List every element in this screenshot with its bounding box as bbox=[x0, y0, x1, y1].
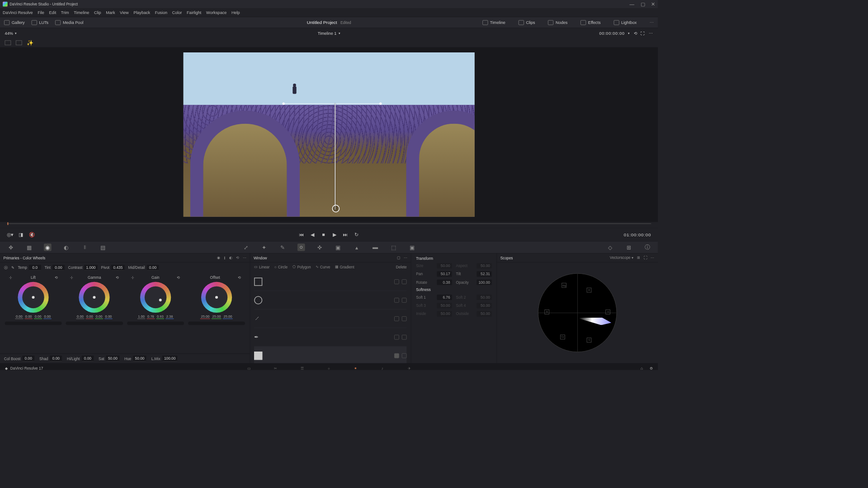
3d-icon[interactable]: ▣ bbox=[409, 244, 416, 251]
mask-icon[interactable] bbox=[394, 316, 399, 321]
menu-fusion[interactable]: Fusion bbox=[155, 10, 167, 15]
scope-layout-icon[interactable]: ⊞ bbox=[637, 255, 640, 260]
info-icon[interactable]: ⓘ bbox=[644, 244, 651, 251]
reset-icon[interactable]: ⟲ bbox=[177, 275, 180, 280]
gamma-jog[interactable] bbox=[66, 322, 123, 325]
pivot-field[interactable]: 0.435 bbox=[111, 265, 125, 271]
menu-help[interactable]: Help bbox=[231, 10, 240, 15]
key-icon[interactable]: ▬ bbox=[372, 244, 379, 251]
lift-wheel[interactable]: ⊹Lift⟲ 0.000.000.000.00 bbox=[5, 275, 62, 351]
clips-button[interactable]: Clips bbox=[519, 20, 535, 25]
lift-jog[interactable] bbox=[5, 322, 62, 325]
middetail-field[interactable]: 0.00 bbox=[146, 265, 159, 271]
mask-icon[interactable] bbox=[394, 279, 399, 284]
record-timecode[interactable]: 01:00:00:00 bbox=[624, 232, 651, 237]
fairlight-page-button[interactable]: ♪ bbox=[379, 365, 386, 370]
menu-davinci[interactable]: DaVinci Resolve bbox=[3, 10, 33, 15]
gain-jog[interactable] bbox=[127, 322, 184, 325]
keyframes-icon[interactable]: ◇ bbox=[607, 244, 614, 251]
preset-icon[interactable]: ▢ bbox=[397, 255, 401, 260]
color-page-button[interactable]: ✶ bbox=[353, 365, 359, 370]
gradient-top-handle[interactable] bbox=[283, 103, 382, 104]
circle-shape-button[interactable]: ○ Circle bbox=[274, 265, 288, 269]
picker-icon[interactable]: ✎ bbox=[11, 265, 14, 270]
stop-button[interactable]: ■ bbox=[321, 231, 327, 238]
window-row-curve[interactable]: ⟋ bbox=[254, 309, 406, 328]
source-timecode[interactable]: 00:00:00:00 bbox=[599, 31, 624, 36]
contrast-field[interactable]: 1.000 bbox=[84, 265, 98, 271]
expand-icon[interactable]: ⛶ bbox=[641, 31, 645, 36]
mediapool-button[interactable]: Media Pool bbox=[55, 20, 83, 25]
rgbmixer-icon[interactable]: ⫴ bbox=[81, 244, 89, 251]
auto-icon[interactable]: Ⓐ bbox=[4, 265, 8, 270]
menu-view[interactable]: View bbox=[120, 10, 129, 15]
window-row-circle[interactable] bbox=[254, 291, 406, 310]
timeline-button[interactable]: Timeline bbox=[482, 20, 505, 25]
more-icon[interactable]: ⋯ bbox=[243, 255, 246, 260]
highlight-icon[interactable]: ✨ bbox=[27, 40, 33, 46]
colorchecker-icon[interactable]: ▦ bbox=[25, 244, 33, 251]
edit-page-button[interactable]: ☰ bbox=[299, 365, 306, 370]
splitwipe-icon[interactable]: ◨ bbox=[18, 231, 24, 238]
window-icon[interactable]: ○ bbox=[297, 244, 305, 251]
fusion-page-button[interactable]: ⟐ bbox=[326, 365, 332, 370]
expand-icon[interactable]: ⛶ bbox=[644, 255, 647, 260]
blur-icon[interactable]: ▴ bbox=[353, 244, 361, 251]
loop-button[interactable]: ↻ bbox=[353, 231, 359, 238]
shad-field[interactable]: 0.00 bbox=[50, 356, 62, 361]
temp-field[interactable]: 0.0 bbox=[29, 265, 41, 271]
menu-workspace[interactable]: Workspace bbox=[206, 10, 226, 15]
window-row-linear[interactable] bbox=[254, 272, 406, 291]
tracker-icon[interactable]: ✜ bbox=[316, 244, 324, 251]
home-icon[interactable]: ⌂ bbox=[641, 366, 643, 370]
gain-wheel[interactable]: ⊹Gain⟲ 1.000.780.932.38 bbox=[127, 275, 184, 351]
luts-button[interactable]: LUTs bbox=[32, 20, 48, 25]
options-icon[interactable]: ⋯ bbox=[650, 20, 654, 25]
linear-shape-button[interactable]: ▭ Linear bbox=[254, 264, 269, 269]
last-frame-button[interactable]: ⏭ bbox=[342, 231, 349, 238]
reset-icon[interactable]: ⟲ bbox=[116, 275, 119, 280]
mask-icon[interactable] bbox=[394, 334, 399, 339]
gallery-button[interactable]: Gallery bbox=[4, 20, 24, 25]
deliver-page-button[interactable]: ✈ bbox=[406, 365, 412, 370]
primaries-icon[interactable]: ◉ bbox=[44, 244, 52, 251]
invert-icon[interactable] bbox=[402, 316, 407, 321]
gradient-shape-button[interactable]: ▦ Gradient bbox=[335, 264, 354, 269]
effects-button[interactable]: Effects bbox=[580, 20, 600, 25]
minimize-button[interactable]: — bbox=[629, 1, 634, 7]
warper-icon[interactable]: ✦ bbox=[260, 244, 268, 251]
settings-icon[interactable]: ⚙ bbox=[650, 366, 653, 370]
hilight-field[interactable]: 0.00 bbox=[81, 356, 94, 361]
camera-raw-icon[interactable]: ✥ bbox=[7, 244, 14, 251]
delete-shape-button[interactable]: Delete bbox=[396, 265, 407, 269]
mask-icon[interactable] bbox=[394, 297, 399, 302]
zoom-dropdown[interactable]: 44%▾ bbox=[5, 31, 17, 36]
menu-timeline[interactable]: Timeline bbox=[74, 10, 89, 15]
play-button[interactable]: ▶ bbox=[331, 231, 338, 238]
more-icon[interactable]: ⋯ bbox=[651, 255, 654, 260]
sizing-icon[interactable]: ⬚ bbox=[390, 244, 398, 251]
scopes-toggle-icon[interactable]: ⊞ bbox=[625, 244, 633, 251]
tint-field[interactable]: 0.00 bbox=[52, 265, 65, 271]
invert-icon[interactable] bbox=[402, 353, 407, 358]
menu-file[interactable]: File bbox=[38, 10, 44, 15]
tilt-field[interactable]: 52.31 bbox=[476, 271, 491, 277]
colboost-field[interactable]: 0.00 bbox=[22, 356, 34, 361]
reticle-icon[interactable]: ◎▾ bbox=[7, 231, 13, 238]
menu-fairlight[interactable]: Fairlight bbox=[187, 10, 201, 15]
first-frame-button[interactable]: ⏮ bbox=[298, 231, 305, 238]
mask-icon[interactable] bbox=[394, 353, 399, 358]
maximize-button[interactable]: ▢ bbox=[641, 1, 645, 7]
soft1-field[interactable]: 6.76 bbox=[437, 295, 452, 300]
invert-icon[interactable] bbox=[402, 297, 407, 302]
log-mode-icon[interactable]: ◐ bbox=[229, 255, 233, 260]
timeline-name-dropdown[interactable]: Timeline 1▾ bbox=[318, 31, 340, 36]
cut-page-button[interactable]: ✂ bbox=[273, 365, 279, 370]
sat-field[interactable]: 50.00 bbox=[106, 356, 119, 361]
reset-icon[interactable]: ⟲ bbox=[55, 275, 58, 280]
reset-icon[interactable]: ⟲ bbox=[236, 255, 239, 260]
opacity-field[interactable]: 100.00 bbox=[476, 280, 491, 285]
reset-icon[interactable]: ⟲ bbox=[238, 275, 241, 280]
wheels-mode-icon[interactable]: ◉ bbox=[217, 255, 221, 260]
lmix-field[interactable]: 100.00 bbox=[162, 356, 178, 361]
